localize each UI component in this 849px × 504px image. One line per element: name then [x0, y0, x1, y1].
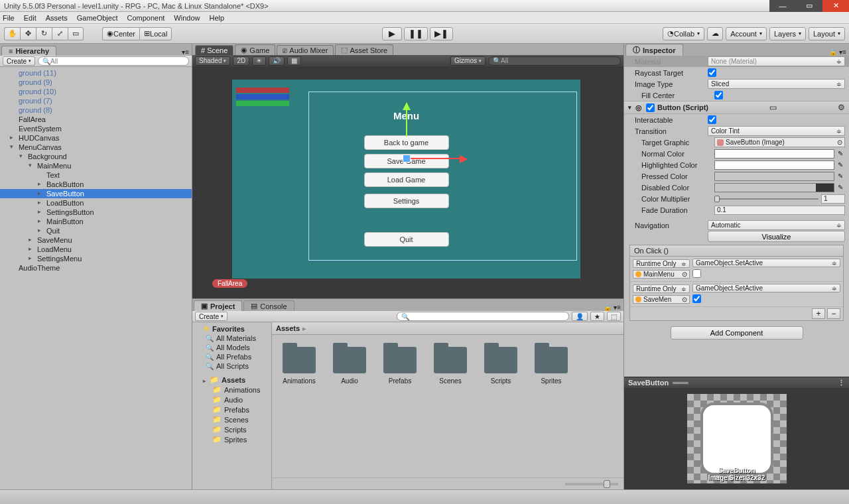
folder-item[interactable]: Scripts: [484, 347, 517, 385]
hierarchy-item[interactable]: Quit: [0, 226, 192, 235]
maximize-button[interactable]: ▭: [796, 0, 822, 12]
folder-item[interactable]: Audio: [333, 347, 366, 385]
hierarchy-tab[interactable]: ≡ Hierarchy: [1, 46, 56, 56]
step-button[interactable]: ▶❚: [430, 27, 453, 40]
navigation-select[interactable]: Automatic: [708, 220, 845, 230]
assets-tree-item[interactable]: 📁Scenes: [192, 414, 271, 424]
project-save-search[interactable]: ⬚: [607, 312, 621, 321]
scale-tool[interactable]: ⤢: [52, 27, 68, 40]
hierarchy-item[interactable]: HUDCanvas: [0, 133, 192, 143]
gizmos-dropdown[interactable]: Gizmos: [450, 56, 486, 66]
hierarchy-create[interactable]: Create: [3, 56, 35, 66]
menu-edit[interactable]: Edit: [24, 14, 36, 22]
onclick-bool-1[interactable]: [692, 269, 701, 278]
menu-assets[interactable]: Assets: [46, 14, 68, 22]
gizmo-x-arrow[interactable]: [460, 155, 472, 163]
hierarchy-item[interactable]: Text: [0, 170, 192, 180]
onclick-method-2[interactable]: GameObject.SetActive: [692, 284, 840, 292]
preview-title[interactable]: SaveButton ═══⋮: [624, 377, 849, 388]
folder-item[interactable]: Sprites: [535, 347, 568, 385]
tab-scene[interactable]: # Scene: [195, 45, 233, 55]
light-toggle[interactable]: ☀: [252, 56, 266, 66]
assets-tree-item[interactable]: 📁Animations: [192, 385, 271, 395]
rect-tool[interactable]: ▭: [68, 27, 84, 40]
rotate-tool[interactable]: ↻: [36, 27, 52, 40]
hand-tool[interactable]: ✋: [4, 27, 20, 40]
hierarchy-item[interactable]: BackButton: [0, 180, 192, 189]
search-filter-2[interactable]: ★: [590, 312, 604, 321]
highlighted-color-field[interactable]: [714, 160, 834, 170]
tab-game[interactable]: ◉ Game: [235, 44, 275, 55]
hierarchy-item[interactable]: SaveButton: [0, 189, 192, 198]
fav-all-prefabs[interactable]: 🔍All Prefabs: [192, 352, 271, 361]
inspector-tab[interactable]: ⓘ Inspector: [625, 44, 683, 56]
runtime-dropdown-1[interactable]: Runtime Only: [633, 259, 690, 268]
move-tool[interactable]: ✥: [20, 27, 36, 40]
pause-button[interactable]: ❚❚: [404, 27, 428, 40]
assets-root[interactable]: 📁Assets: [192, 375, 271, 385]
hierarchy-item[interactable]: ground (7): [0, 96, 192, 105]
project-search[interactable]: 🔍: [397, 312, 570, 321]
hierarchy-item[interactable]: ground (9): [0, 78, 192, 87]
folder-item[interactable]: Animations: [283, 347, 316, 385]
transition-select[interactable]: Color Tint: [708, 126, 845, 136]
onclick-add-button[interactable]: +: [812, 308, 825, 319]
gear-icon[interactable]: ⚙: [838, 103, 845, 112]
folder-item[interactable]: Scenes: [434, 347, 467, 385]
color-multiplier-slider[interactable]: [714, 198, 818, 200]
material-field[interactable]: None (Material): [708, 56, 845, 66]
gizmo-center[interactable]: [403, 155, 411, 162]
mode-2d-toggle[interactable]: 2D: [233, 56, 249, 66]
disabled-color-field[interactable]: [714, 183, 834, 192]
fade-duration-field[interactable]: 0.1: [714, 206, 845, 215]
hierarchy-item[interactable]: MenuCanvas: [0, 143, 192, 152]
gizmo-x-axis[interactable]: [407, 158, 465, 159]
hierarchy-item[interactable]: AudioTheme: [0, 263, 192, 273]
hierarchy-item[interactable]: LoadMenu: [0, 245, 192, 254]
hierarchy-list[interactable]: ground (11)ground (9)ground (10)ground (…: [0, 67, 192, 489]
audio-toggle[interactable]: 🔊: [269, 56, 285, 66]
fav-all-models[interactable]: 🔍All Models: [192, 343, 271, 352]
assets-tree-item[interactable]: 📁Sprites: [192, 434, 271, 444]
hierarchy-item[interactable]: ground (10): [0, 87, 192, 96]
runtime-dropdown-2[interactable]: Runtime Only: [633, 284, 690, 293]
hierarchy-item[interactable]: ground (8): [0, 105, 192, 115]
inspector-content[interactable]: Material None (Material) Raycast Target …: [624, 56, 849, 377]
image-type-select[interactable]: Sliced: [708, 79, 845, 89]
tab-asset-store[interactable]: ⬚ Asset Store: [335, 44, 393, 55]
onclick-bool-2[interactable]: [692, 294, 701, 303]
hierarchy-item[interactable]: SettingsMenu: [0, 254, 192, 263]
fx-toggle[interactable]: ▦: [287, 56, 301, 66]
panel-menu-icon[interactable]: 🔒 ▾≡: [604, 304, 621, 311]
project-tree[interactable]: ★Favorites 🔍All Materials 🔍All Models 🔍A…: [192, 322, 272, 489]
normal-color-field[interactable]: [714, 149, 834, 158]
hierarchy-item[interactable]: EventSystem: [0, 124, 192, 133]
collab-dropdown[interactable]: ◔ Collab: [663, 27, 704, 40]
layers-dropdown[interactable]: Layers: [769, 27, 806, 40]
folder-item[interactable]: Prefabs: [383, 347, 417, 385]
panel-menu-icon[interactable]: ▾≡: [182, 48, 189, 56]
play-button[interactable]: ▶: [382, 27, 402, 40]
scene-view[interactable]: Menu Back to game Save Game Load Game Se…: [192, 66, 623, 298]
eyedropper-icon[interactable]: ✎: [836, 183, 845, 192]
favorites-header[interactable]: ★Favorites: [192, 324, 271, 334]
hierarchy-item[interactable]: MainButton: [0, 217, 192, 226]
raycast-checkbox[interactable]: [708, 68, 716, 77]
assets-breadcrumb[interactable]: Assets ▸: [272, 322, 623, 335]
interactable-checkbox[interactable]: [708, 115, 716, 124]
help-icon[interactable]: ▭: [769, 103, 777, 112]
onclick-target-1[interactable]: MainMenu⊙: [633, 270, 690, 279]
button-enabled-checkbox[interactable]: [646, 103, 655, 112]
visualize-button[interactable]: Visualize: [708, 231, 845, 242]
handle-toggle[interactable]: ⊞ Local: [139, 27, 172, 40]
fav-all-materials[interactable]: 🔍All Materials: [192, 334, 271, 343]
icon-size-slider[interactable]: [565, 483, 618, 485]
console-tab[interactable]: ▤ Console: [243, 300, 294, 311]
button-component-header[interactable]: ◎ Button (Script) ▭ ⚙: [624, 101, 849, 114]
hierarchy-item[interactable]: ground (11): [0, 68, 192, 78]
menu-help[interactable]: Help: [209, 14, 224, 22]
fav-all-scripts[interactable]: 🔍All Scripts: [192, 361, 271, 371]
project-tab[interactable]: ▣ Project: [194, 300, 242, 311]
assets-tree-item[interactable]: 📁Scripts: [192, 424, 271, 434]
hierarchy-item[interactable]: SettingsButton: [0, 208, 192, 217]
